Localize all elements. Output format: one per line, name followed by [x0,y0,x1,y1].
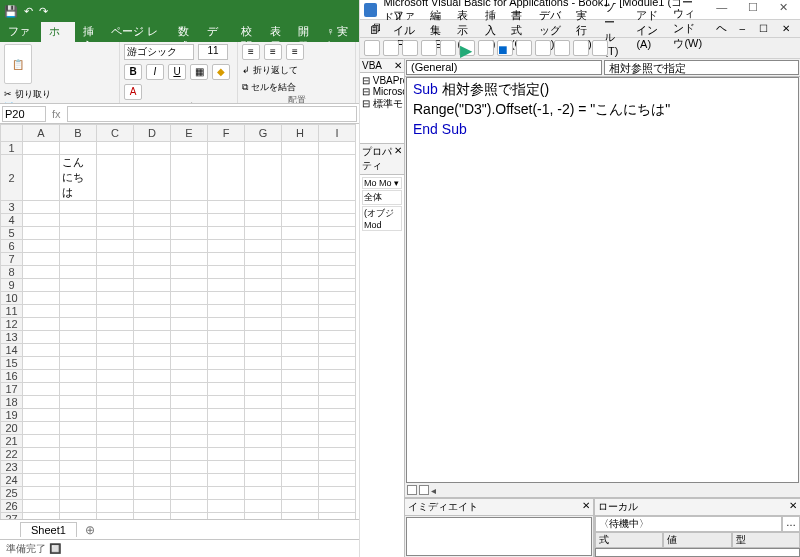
cell-F12[interactable] [208,318,245,331]
cell-G17[interactable] [245,383,282,396]
cell-H21[interactable] [282,435,319,448]
cell-E14[interactable] [171,344,208,357]
cell-F14[interactable] [208,344,245,357]
cell-I23[interactable] [319,461,356,474]
cell-F26[interactable] [208,500,245,513]
cell-G1[interactable] [245,142,282,155]
cell-I19[interactable] [319,409,356,422]
cell-C2[interactable] [97,155,134,201]
cell-B21[interactable] [60,435,97,448]
cell-H8[interactable] [282,266,319,279]
cell-G21[interactable] [245,435,282,448]
cell-I16[interactable] [319,370,356,383]
cell-G23[interactable] [245,461,282,474]
cell-E21[interactable] [171,435,208,448]
worksheet-grid[interactable]: ABCDEFGHI12こんにちは345678910111213141516171… [0,124,359,519]
cell-F25[interactable] [208,487,245,500]
cell-B12[interactable] [60,318,97,331]
cell-I11[interactable] [319,305,356,318]
cell-I1[interactable] [319,142,356,155]
cell-B20[interactable] [60,422,97,435]
cell-I24[interactable] [319,474,356,487]
cell-B7[interactable] [60,253,97,266]
border-button[interactable]: ▦ [190,64,208,80]
tree-node[interactable]: ⊟ 標準モジ [362,97,402,111]
row-header[interactable]: 20 [1,422,23,435]
cell-B10[interactable] [60,292,97,305]
cell-G2[interactable] [245,155,282,201]
cell-C26[interactable] [97,500,134,513]
cell-D22[interactable] [134,448,171,461]
cell-A3[interactable] [23,201,60,214]
cell-B22[interactable] [60,448,97,461]
cell-H10[interactable] [282,292,319,305]
properties-close-icon[interactable]: ✕ [394,145,402,173]
row-header[interactable]: 1 [1,142,23,155]
toolbar-button[interactable] [573,40,589,56]
redo-icon[interactable]: ↷ [39,5,48,18]
cell-H24[interactable] [282,474,319,487]
cell-I7[interactable] [319,253,356,266]
cell-C18[interactable] [97,396,134,409]
toolbar-run-button[interactable]: ▶ [459,40,475,56]
column-header[interactable]: H [282,125,319,142]
cell-G27[interactable] [245,513,282,520]
cell-G8[interactable] [245,266,282,279]
cell-I26[interactable] [319,500,356,513]
cell-H26[interactable] [282,500,319,513]
cell-D13[interactable] [134,331,171,344]
cell-C24[interactable] [97,474,134,487]
cell-A10[interactable] [23,292,60,305]
row-header[interactable]: 9 [1,279,23,292]
cell-B16[interactable] [60,370,97,383]
cell-C21[interactable] [97,435,134,448]
wrap-text-button[interactable]: ↲ 折り返して [242,64,298,77]
toolbar-reset-button[interactable]: ■ [497,40,513,56]
cell-A11[interactable] [23,305,60,318]
cell-D10[interactable] [134,292,171,305]
ribbon-tab-8[interactable]: 開発 [290,22,318,42]
mdi-close-button[interactable]: ✕ [776,22,796,35]
align-center-button[interactable]: ≡ [264,44,282,60]
cell-E17[interactable] [171,383,208,396]
column-header[interactable]: C [97,125,134,142]
cell-I27[interactable] [319,513,356,520]
cell-E8[interactable] [171,266,208,279]
column-header[interactable]: A [23,125,60,142]
cell-E27[interactable] [171,513,208,520]
cell-H2[interactable] [282,155,319,201]
row-header[interactable]: 17 [1,383,23,396]
column-header[interactable]: F [208,125,245,142]
cell-B6[interactable] [60,240,97,253]
cell-I22[interactable] [319,448,356,461]
column-header[interactable]: D [134,125,171,142]
add-sheet-button[interactable]: ⊕ [85,523,95,537]
cell-D18[interactable] [134,396,171,409]
cell-D15[interactable] [134,357,171,370]
cell-B13[interactable] [60,331,97,344]
cell-C1[interactable] [97,142,134,155]
toolbar-button[interactable] [383,40,399,56]
cell-E15[interactable] [171,357,208,370]
toolbar-button[interactable] [592,40,608,56]
cell-C19[interactable] [97,409,134,422]
fill-color-button[interactable]: ◆ [212,64,230,80]
cell-H12[interactable] [282,318,319,331]
cell-G15[interactable] [245,357,282,370]
row-header[interactable]: 18 [1,396,23,409]
cell-A16[interactable] [23,370,60,383]
cell-B27[interactable] [60,513,97,520]
cell-F18[interactable] [208,396,245,409]
cell-E12[interactable] [171,318,208,331]
row-header[interactable]: 14 [1,344,23,357]
cell-E13[interactable] [171,331,208,344]
cell-B26[interactable] [60,500,97,513]
cell-D23[interactable] [134,461,171,474]
cell-E19[interactable] [171,409,208,422]
cell-G16[interactable] [245,370,282,383]
ribbon-tab-5[interactable]: データ [199,22,233,42]
cell-D8[interactable] [134,266,171,279]
cell-H27[interactable] [282,513,319,520]
sheet-tab-sheet1[interactable]: Sheet1 [20,522,77,537]
row-header[interactable]: 25 [1,487,23,500]
